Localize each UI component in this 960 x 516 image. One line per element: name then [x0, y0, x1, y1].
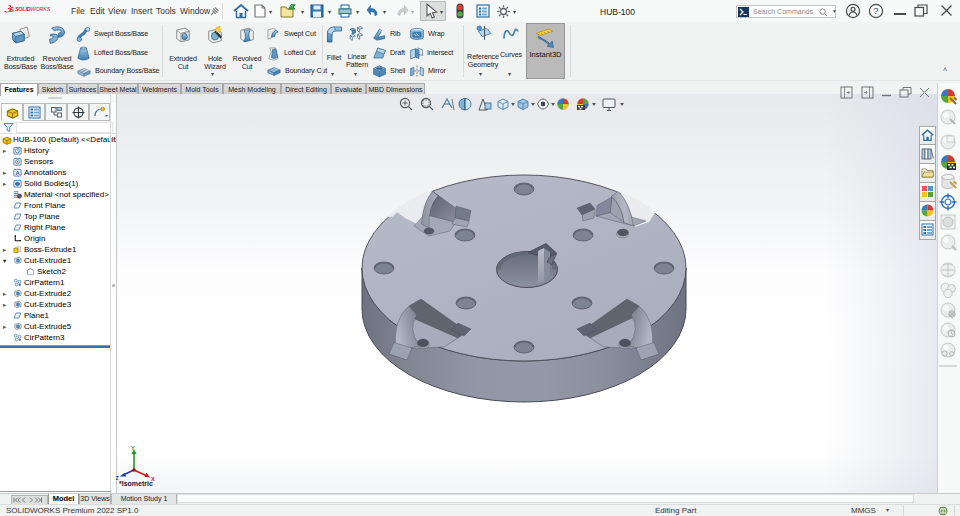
- svg-text:S: S: [9, 6, 14, 13]
- svg-text:Y: Y: [131, 445, 135, 451]
- svg-text:SOLIDWORKS: SOLIDWORKS: [15, 6, 51, 12]
- svg-text:?: ?: [873, 5, 878, 16]
